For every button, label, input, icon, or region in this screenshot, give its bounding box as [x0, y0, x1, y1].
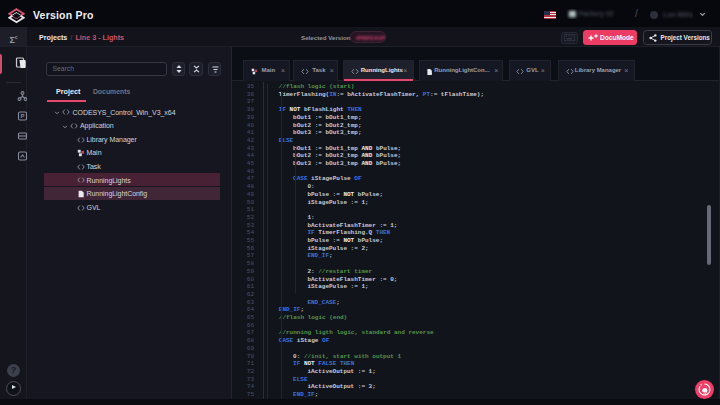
svg-text:P: P — [21, 113, 25, 119]
